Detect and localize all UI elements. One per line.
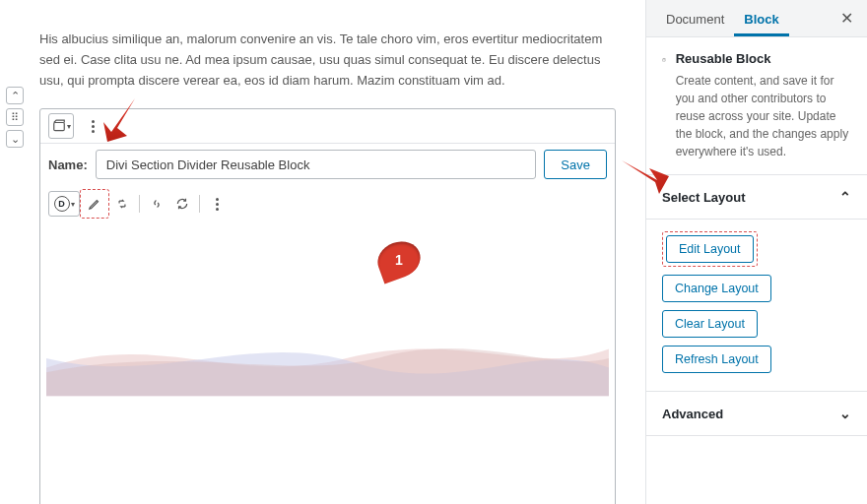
- edit-layout-button[interactable]: Edit Layout: [666, 235, 754, 263]
- unlink-icon[interactable]: [144, 191, 169, 217]
- svg-rect-0: [53, 123, 64, 131]
- name-row: Name: Save: [40, 144, 615, 185]
- edit-highlight: [80, 189, 109, 219]
- more-options-icon[interactable]: [80, 113, 105, 139]
- change-layout-button[interactable]: Change Layout: [662, 275, 771, 302]
- block-canvas[interactable]: +: [40, 222, 615, 504]
- inline-toolbar: D▾: [40, 185, 615, 222]
- convert-icon[interactable]: [109, 191, 135, 217]
- move-up-icon[interactable]: ⌃: [6, 87, 24, 104]
- sidebar-tabs: Document Block ✕: [646, 0, 867, 37]
- settings-sidebar: Document Block ✕ Reusable Block Create c…: [645, 0, 867, 504]
- panel-title: Reusable Block: [676, 51, 851, 66]
- name-label: Name:: [48, 158, 88, 172]
- refresh-icon[interactable]: [169, 191, 195, 217]
- side-tools: ⌃ ⠿ ⌄: [6, 87, 24, 148]
- refresh-layout-button[interactable]: Refresh Layout: [662, 346, 771, 373]
- close-icon[interactable]: ✕: [836, 5, 857, 32]
- move-down-icon[interactable]: ⌄: [6, 130, 24, 148]
- reusable-block-icon: [662, 52, 666, 68]
- lorem-text: His albucius similique an, malorum conve…: [39, 30, 616, 91]
- chevron-up-icon: ⌃: [839, 189, 851, 205]
- panel-reusable-block: Reusable Block Create content, and save …: [646, 37, 867, 175]
- tab-block[interactable]: Block: [734, 0, 788, 36]
- svg-rect-1: [662, 59, 665, 61]
- more-vertical-icon[interactable]: [204, 191, 230, 217]
- chevron-down-icon: ⌄: [839, 406, 851, 421]
- section-select-layout[interactable]: Select Layout ⌃: [646, 175, 867, 220]
- reusable-block-frame: ▾ Name: Save D▾: [39, 108, 616, 504]
- divi-icon[interactable]: D▾: [48, 191, 80, 217]
- block-type-icon[interactable]: ▾: [48, 113, 74, 139]
- drag-handle-icon[interactable]: ⠿: [6, 108, 24, 126]
- wave-divider: [46, 321, 609, 400]
- edit-layout-highlight: Edit Layout: [662, 231, 758, 267]
- block-name-input[interactable]: [96, 150, 537, 179]
- clear-layout-button[interactable]: Clear Layout: [662, 310, 758, 338]
- tab-document[interactable]: Document: [656, 0, 734, 36]
- panel-description: Create content, and save it for you and …: [676, 72, 851, 160]
- section-advanced[interactable]: Advanced ⌄: [646, 392, 867, 436]
- block-top-toolbar: ▾: [40, 109, 615, 144]
- save-button[interactable]: Save: [544, 150, 607, 179]
- layout-buttons: Edit Layout Change Layout Clear Layout R…: [646, 220, 867, 392]
- advanced-title: Advanced: [662, 407, 723, 421]
- pencil-icon[interactable]: [82, 191, 107, 217]
- select-layout-title: Select Layout: [662, 190, 746, 205]
